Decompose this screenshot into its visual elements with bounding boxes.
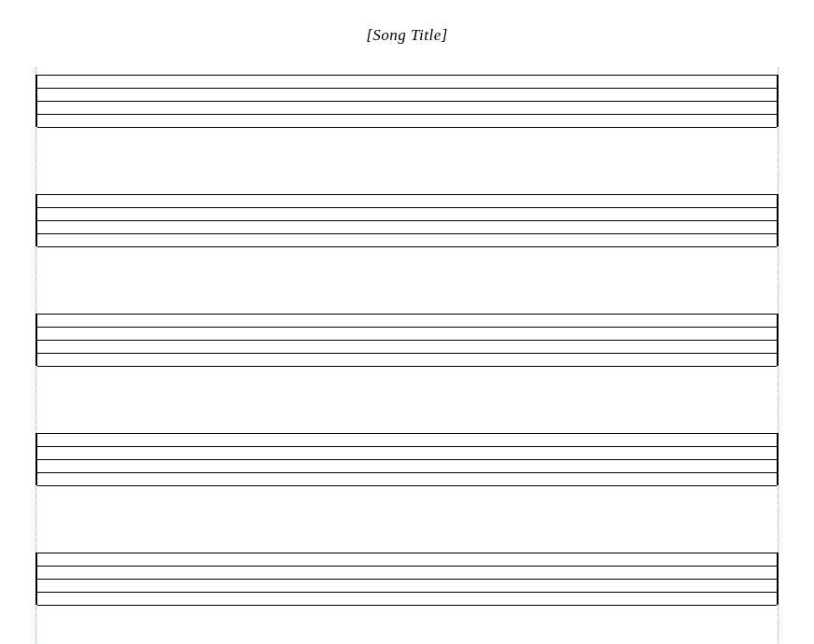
staff-line bbox=[37, 553, 777, 553]
music-staff bbox=[35, 433, 779, 485]
staff-line bbox=[37, 327, 777, 328]
staff-line bbox=[37, 101, 777, 102]
staff-line bbox=[37, 233, 777, 234]
staff-line bbox=[37, 114, 777, 115]
song-title[interactable]: [Song Title] bbox=[0, 26, 814, 45]
staff-line bbox=[37, 353, 777, 354]
music-staff bbox=[35, 553, 779, 605]
staff-line bbox=[37, 75, 777, 76]
staff-line bbox=[37, 220, 777, 221]
staff-line bbox=[37, 433, 777, 434]
staff-line bbox=[37, 485, 777, 486]
staff-line bbox=[37, 605, 777, 606]
staff-line bbox=[37, 566, 777, 567]
staff-line bbox=[37, 127, 777, 128]
staff-line bbox=[37, 366, 777, 367]
staff-line bbox=[37, 207, 777, 208]
music-staff bbox=[35, 194, 779, 246]
music-staff bbox=[35, 75, 779, 127]
sheet-music-page: [Song Title] bbox=[0, 0, 814, 644]
music-staff bbox=[35, 314, 779, 366]
staff-line bbox=[37, 340, 777, 341]
staves-container bbox=[0, 75, 814, 605]
staff-line bbox=[37, 246, 777, 247]
staff-line bbox=[37, 459, 777, 460]
staff-line bbox=[37, 88, 777, 89]
staff-line bbox=[37, 472, 777, 473]
staff-line bbox=[37, 446, 777, 447]
staff-line bbox=[37, 314, 777, 315]
staff-line bbox=[37, 592, 777, 593]
staff-line bbox=[37, 194, 777, 195]
staff-line bbox=[37, 579, 777, 580]
